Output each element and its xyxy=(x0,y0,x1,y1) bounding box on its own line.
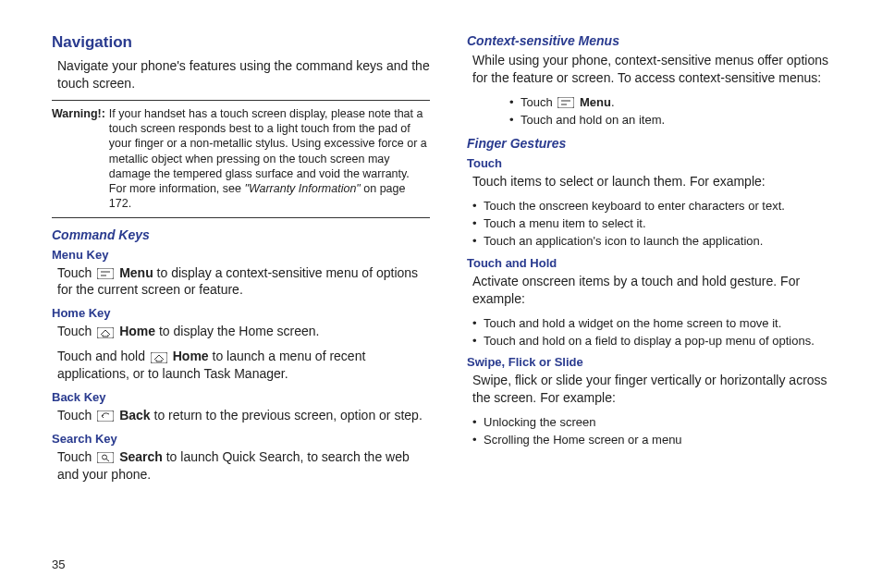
right-column: Context-sensitive Menus While using your… xyxy=(467,33,845,579)
warning-block: Warning!: If your handset has a touch sc… xyxy=(52,100,430,218)
home-icon xyxy=(97,327,114,338)
svg-point-7 xyxy=(103,455,107,459)
svg-line-8 xyxy=(106,459,109,462)
context-menus-intro: While using your phone, context-sensitiv… xyxy=(472,52,845,87)
left-column: Navigation Navigate your phone's feature… xyxy=(52,33,430,579)
context-menus-bullets: Touch Menu. Touch and hold on an item. xyxy=(509,94,845,129)
section-title: Navigation xyxy=(52,33,430,52)
back-key-heading: Back Key xyxy=(52,390,430,404)
list-item: Touch an application's icon to launch th… xyxy=(472,233,845,251)
home-icon xyxy=(151,352,167,363)
page-number: 35 xyxy=(52,557,65,571)
touch-bullets: Touch the onscreen keyboard to enter cha… xyxy=(472,198,845,251)
list-item: Touch the onscreen keyboard to enter cha… xyxy=(472,198,845,215)
page: Navigation Navigate your phone's feature… xyxy=(0,0,882,588)
menu-icon xyxy=(97,268,114,279)
menu-icon xyxy=(557,97,574,108)
touch-hold-intro: Activate onscreen items by a touch and h… xyxy=(472,273,845,308)
list-item: Touch a menu item to select it. xyxy=(472,215,845,233)
back-icon xyxy=(97,410,114,422)
warning-text: If your handset has a touch screen displ… xyxy=(109,106,430,212)
swipe-heading: Swipe, Flick or Slide xyxy=(467,355,845,369)
search-icon xyxy=(97,452,114,463)
svg-rect-0 xyxy=(97,268,114,279)
swipe-bullets: Unlocking the screen Scrolling the Home … xyxy=(472,414,845,449)
list-item: Touch and hold on an item. xyxy=(509,112,845,129)
touch-hold-bullets: Touch and hold a widget on the home scre… xyxy=(472,315,845,350)
finger-gestures-heading: Finger Gestures xyxy=(467,136,845,151)
warning-label: Warning!: xyxy=(52,106,105,212)
svg-rect-9 xyxy=(557,97,574,108)
search-key-text: Touch Search to launch Quick Search, to … xyxy=(57,448,430,484)
search-key-heading: Search Key xyxy=(52,432,430,446)
touch-heading: Touch xyxy=(467,156,845,170)
home-key-heading: Home Key xyxy=(52,306,430,320)
list-item: Touch and hold a widget on the home scre… xyxy=(472,315,845,333)
svg-rect-5 xyxy=(97,410,114,422)
list-item: Touch Menu. xyxy=(509,94,845,112)
back-key-text: Touch Back to return to the previous scr… xyxy=(57,407,430,424)
list-item: Unlocking the screen xyxy=(472,414,845,432)
list-item: Scrolling the Home screen or a menu xyxy=(472,432,845,449)
intro-text: Navigate your phone's features using the… xyxy=(57,57,430,92)
touch-intro: Touch items to select or launch them. Fo… xyxy=(472,173,845,190)
touch-hold-heading: Touch and Hold xyxy=(467,256,845,270)
home-key-text-2: Touch and hold Home to launch a menu of … xyxy=(57,348,430,383)
home-key-text-1: Touch Home to display the Home screen. xyxy=(57,323,430,340)
command-keys-heading: Command Keys xyxy=(52,227,430,242)
svg-rect-6 xyxy=(97,452,114,463)
context-menus-heading: Context-sensitive Menus xyxy=(467,33,845,48)
menu-key-heading: Menu Key xyxy=(52,248,430,262)
menu-key-text: Touch Menu to display a context-sensitiv… xyxy=(57,264,430,300)
swipe-intro: Swipe, flick or slide your finger vertic… xyxy=(472,372,845,407)
list-item: Touch and hold on a field to display a p… xyxy=(472,333,845,350)
